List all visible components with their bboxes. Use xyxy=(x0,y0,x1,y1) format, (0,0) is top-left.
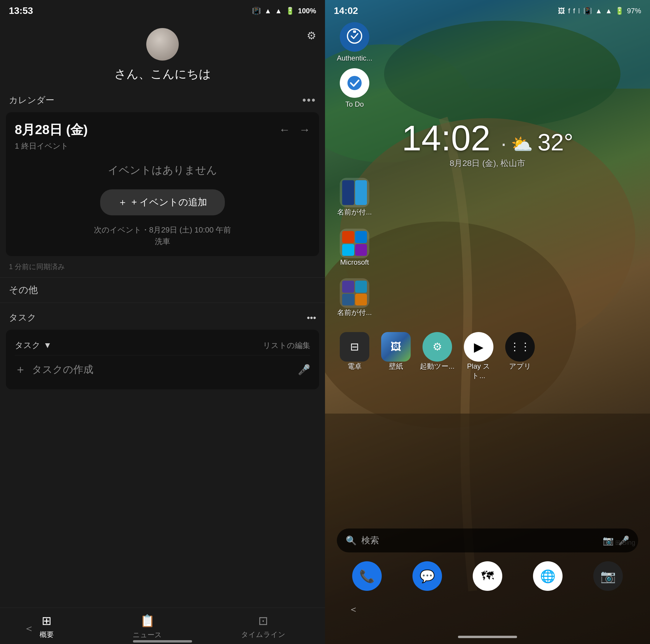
battery-pct-l: 100% xyxy=(298,7,316,15)
camera-search-icon[interactable]: 📷 xyxy=(603,535,614,546)
chrome-app[interactable]: 🌐 xyxy=(530,561,566,591)
camera-symbol: 📷 xyxy=(600,569,616,583)
grid-dots-icon: ⋮⋮ xyxy=(509,341,531,353)
overview-icon: ⊞ xyxy=(42,614,52,628)
ms-app-4 xyxy=(355,244,367,256)
ms-app-3 xyxy=(342,244,354,256)
date-location: 8月28日 (金), 松山市 xyxy=(337,158,638,169)
clock-widget: 14:02 · ⛅ 32° 8月28日 (金), 松山市 xyxy=(337,120,638,169)
other-app-1 xyxy=(342,281,354,293)
vibrate-icon-r: 📳 xyxy=(583,7,592,15)
todo-app-icon[interactable]: To Do xyxy=(337,68,372,108)
task-section-header: タスク ••• xyxy=(0,306,325,327)
authenticator-app-icon[interactable]: Authentic... xyxy=(337,22,372,62)
folder1-icon[interactable]: 名前が付... xyxy=(337,178,372,217)
overview-label: 概要 xyxy=(40,630,54,639)
other-section: その他 xyxy=(0,277,325,303)
list-edit-button[interactable]: リストの編集 xyxy=(263,340,310,351)
back-arrow-left[interactable]: ＜ xyxy=(24,621,34,636)
launcher-icon: ⚙ xyxy=(423,332,452,362)
bottom-nav: ⊞ 概要 📋 ニュース ⊡ タイムライン ＜ xyxy=(0,608,325,644)
search-bar[interactable]: 🔍 検索 📷 🎤 xyxy=(337,529,638,552)
phone-icon: 📞 xyxy=(352,561,382,591)
app-drawer[interactable]: ⋮⋮ アプリ xyxy=(502,332,538,371)
battery-icon-r: 🔋 xyxy=(615,7,624,15)
temperature: 32° xyxy=(537,129,573,156)
nav-overview[interactable]: ⊞ 概要 xyxy=(40,614,54,640)
greeting-text: さん、こんにちは xyxy=(114,66,211,82)
chrome-icon: 🌐 xyxy=(533,561,563,591)
battery-icon-l: 🔋 xyxy=(286,7,295,15)
other-folder-icon[interactable]: 名前が付... xyxy=(337,278,372,317)
add-event-button[interactable]: ＋ + イベントの追加 xyxy=(100,189,225,215)
phone-symbol: 📞 xyxy=(359,569,375,583)
messages-app[interactable]: 💬 xyxy=(409,561,445,591)
create-task-label[interactable]: タスクの作成 xyxy=(32,363,94,377)
wifi-icon-r: ▲ xyxy=(595,7,602,15)
search-icon-right: 🔍 xyxy=(346,535,357,546)
launcher-app[interactable]: ⚙ 起動ツー... xyxy=(420,332,455,371)
signal-icon-r: ▲ xyxy=(605,7,612,15)
grid-icon-r: ⁞ xyxy=(578,7,580,15)
plus-icon: ＋ xyxy=(118,196,127,209)
chrome-symbol: 🌐 xyxy=(540,569,555,583)
phone-app[interactable]: 📞 xyxy=(349,561,385,591)
calendar-menu-button[interactable]: ••• xyxy=(302,94,316,106)
calendar-card: 8月28日 (金) ← → 1 終日イベント イベントはありません ＋ + イベ… xyxy=(6,112,319,256)
authenticator-label: Authentic... xyxy=(337,54,372,62)
calendar-date-row: 8月28日 (金) ← → xyxy=(15,121,310,139)
create-task-row: ＋ タスクの作成 🎤 xyxy=(15,355,310,384)
task-menu-button[interactable]: ••• xyxy=(307,313,316,323)
create-task-left: ＋ タスクの作成 xyxy=(15,362,94,377)
task-card: タスク ▼ リストの編集 ＋ タスクの作成 🎤 xyxy=(6,330,319,389)
calendar-section-header: カレンダー ••• xyxy=(0,88,325,109)
calculator-app[interactable]: ⊟ 電卓 xyxy=(337,332,372,371)
ana-app-2 xyxy=(355,180,367,205)
app-row-1: 名前が付... xyxy=(337,178,372,217)
weather-icon: ⛅ xyxy=(511,134,533,155)
settings-icon[interactable]: ⚙ xyxy=(307,30,316,42)
play-store-icon: ▶ xyxy=(464,332,494,362)
nav-timeline[interactable]: ⊡ タイムライン xyxy=(241,614,285,640)
camera-app[interactable]: 📷 xyxy=(590,561,626,591)
ms-folder-icon[interactable]: Microsoft xyxy=(337,229,372,266)
task-dropdown-label: タスク xyxy=(15,340,40,351)
fb2-icon-r: f xyxy=(573,7,575,15)
timeline-label: タイムライン xyxy=(241,630,285,639)
calendar-label: カレンダー xyxy=(9,94,55,106)
bottom-dock: 🔍 検索 📷 🎤 📞 💬 🗺 xyxy=(325,529,650,591)
nav-news[interactable]: 📋 ニュース xyxy=(133,614,162,640)
task-row-header: タスク ▼ リストの編集 xyxy=(15,335,310,355)
launcher-symbol: ⚙ xyxy=(433,341,442,353)
next-day-button[interactable]: → xyxy=(299,123,310,136)
status-bar-right: 14:02 🖼 f f ⁞ 📳 ▲ ▲ 🔋 97% xyxy=(325,0,650,19)
wallpaper-icon: 🖼 xyxy=(381,332,411,362)
home-indicator-left xyxy=(133,640,192,643)
time-right: 14:02 xyxy=(334,5,358,16)
task-dropdown-button[interactable]: タスク ▼ xyxy=(15,340,52,351)
other-app-4 xyxy=(355,294,367,306)
avatar xyxy=(146,28,179,61)
calc-symbol: ⊟ xyxy=(350,341,359,353)
todo-label: To Do xyxy=(337,100,372,108)
other-folder-label: 名前が付... xyxy=(337,308,372,317)
time-left: 13:53 xyxy=(9,5,33,16)
play-store-app[interactable]: ▶ Play スト... xyxy=(461,332,496,381)
svg-point-8 xyxy=(348,76,362,90)
back-arrow-right[interactable]: ＜ xyxy=(349,603,358,616)
wallpaper-app[interactable]: 🖼 壁紙 xyxy=(378,332,413,371)
status-icons-right: 🖼 f f ⁞ 📳 ▲ ▲ 🔋 97% xyxy=(558,7,641,15)
maps-app[interactable]: 🗺 xyxy=(470,561,505,591)
home-indicator-right xyxy=(458,636,517,638)
mic-search-icon[interactable]: 🎤 xyxy=(618,535,629,546)
play-symbol: ▶ xyxy=(474,340,483,354)
maps-icon: 🗺 xyxy=(473,561,502,591)
vibrate-icon: 📳 xyxy=(252,7,261,15)
prev-day-button[interactable]: ← xyxy=(279,123,290,136)
fb-icon-r: f xyxy=(568,7,570,15)
mic-icon-task[interactable]: 🎤 xyxy=(298,364,310,375)
plus-task-icon: ＋ xyxy=(15,362,26,377)
dock-apps: 📞 💬 🗺 🌐 📷 xyxy=(337,561,638,591)
add-event-label: + イベントの追加 xyxy=(132,196,207,209)
other-folder xyxy=(340,278,369,308)
